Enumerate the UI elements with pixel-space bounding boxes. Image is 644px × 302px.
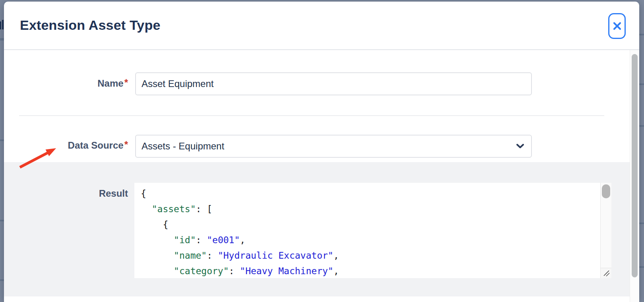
close-button[interactable] bbox=[608, 13, 626, 39]
background-row-divider bbox=[639, 34, 644, 35]
page: { "dialog": { "title": "Extension Asset … bbox=[0, 0, 644, 302]
name-input[interactable] bbox=[135, 72, 532, 95]
dialog-header: Extension Asset Type bbox=[4, 2, 639, 50]
background-row-divider bbox=[0, 38, 4, 41]
background-text-fragment bbox=[2, 20, 4, 29]
data-source-selected-value: Assets - Equipment bbox=[142, 141, 224, 152]
required-asterisk: * bbox=[124, 77, 128, 88]
background-row-divider bbox=[0, 139, 4, 141]
result-code-content: { "assets": [ { "id": "e001", "name": "H… bbox=[134, 183, 600, 278]
background-row-divider bbox=[639, 83, 644, 85]
dialog-scrollbar-thumb[interactable] bbox=[632, 54, 638, 277]
section-divider bbox=[19, 115, 604, 116]
name-label-text: Name bbox=[97, 78, 123, 89]
background-row-divider bbox=[639, 125, 644, 127]
data-source-field-label: Data Source* bbox=[4, 139, 128, 151]
resize-corner[interactable] bbox=[600, 268, 611, 278]
extension-asset-type-dialog: Extension Asset Type Name* Data Source* … bbox=[4, 2, 639, 302]
background-row-divider bbox=[0, 279, 4, 281]
resize-handle-icon bbox=[603, 270, 610, 277]
chevron-down-icon bbox=[516, 144, 524, 149]
background-row-divider bbox=[0, 220, 4, 221]
code-scrollbar-thumb[interactable] bbox=[602, 184, 610, 198]
result-code-editor[interactable]: { "assets": [ { "id": "e001", "name": "H… bbox=[134, 183, 611, 278]
dialog-title: Extension Asset Type bbox=[20, 17, 161, 33]
background-row-divider bbox=[639, 266, 644, 268]
result-field-label: Result bbox=[4, 188, 128, 199]
background-row-divider bbox=[639, 223, 644, 224]
code-scrollbar-track[interactable] bbox=[600, 183, 611, 268]
data-source-select[interactable]: Assets - Equipment bbox=[135, 135, 532, 158]
name-field-label: Name* bbox=[4, 77, 128, 89]
required-asterisk: * bbox=[124, 139, 128, 150]
background-text-fragment bbox=[0, 21, 1, 29]
data-source-label-text: Data Source bbox=[68, 140, 124, 151]
dialog-scrollbar-track[interactable] bbox=[630, 50, 639, 302]
result-label-text: Result bbox=[99, 188, 128, 199]
x-icon bbox=[613, 21, 622, 31]
